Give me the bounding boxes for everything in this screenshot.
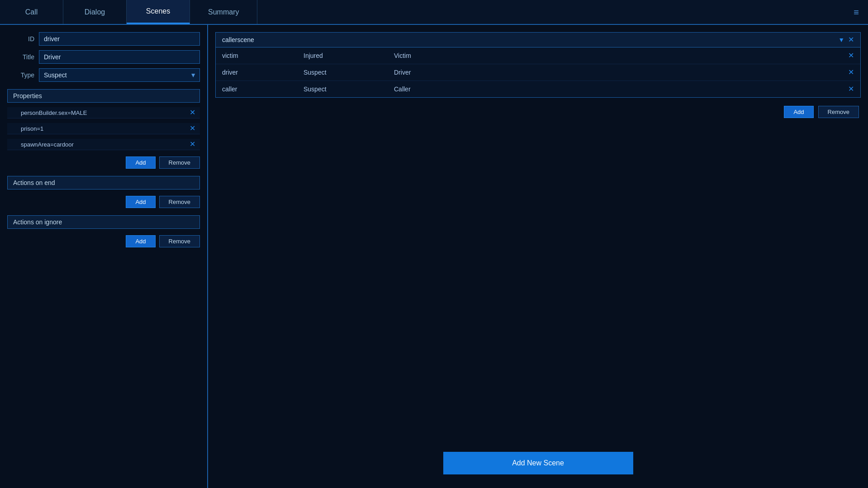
scene-row-2: caller Suspect Caller ✕ — [216, 81, 860, 97]
scene-row-1-type: Suspect — [304, 69, 394, 76]
actions-on-end-remove-button[interactable]: Remove — [159, 196, 200, 208]
scene-header: callerscene ▼ ✕ — [216, 33, 860, 47]
scene-row-0-title: Victim — [394, 52, 848, 59]
tab-call[interactable]: Call — [0, 0, 63, 24]
scene-header-icons: ▼ ✕ — [838, 36, 854, 43]
scene-row-2-title: Caller — [394, 85, 848, 93]
actions-on-end-header: Actions on end — [7, 176, 200, 190]
actions-on-end-add-button[interactable]: Add — [126, 196, 155, 208]
property-item-1: prison=1 ✕ — [7, 123, 200, 134]
actions-on-end-btn-row: Add Remove — [7, 194, 200, 208]
left-panel: ID Title Type Suspect Victim Witness ▼ P… — [0, 25, 208, 488]
properties-remove-button[interactable]: Remove — [159, 156, 200, 169]
actions-on-ignore-header: Actions on ignore — [7, 215, 200, 229]
type-select-wrapper: Suspect Victim Witness ▼ — [39, 68, 200, 82]
menu-icon[interactable]: ≡ — [854, 7, 859, 17]
property-2-remove-icon[interactable]: ✕ — [190, 141, 195, 148]
scene-row-1-id: driver — [222, 69, 304, 76]
scene-row-0-id: victim — [222, 52, 304, 59]
right-panel: callerscene ▼ ✕ victim Injured Victim ✕ … — [208, 25, 868, 488]
tab-summary[interactable]: Summary — [190, 0, 257, 24]
scene-row-2-remove-icon[interactable]: ✕ — [848, 85, 854, 93]
properties-section-header: Properties — [7, 89, 200, 103]
scene-add-button[interactable]: Add — [784, 106, 813, 118]
property-item-0: personBuilder.sex=MALE ✕ — [7, 107, 200, 118]
actions-on-ignore-add-button[interactable]: Add — [126, 235, 155, 247]
scene-row-1: driver Suspect Driver ✕ — [216, 64, 860, 81]
scene-row-2-id: caller — [222, 85, 304, 93]
property-item-2: spawnArea=cardoor ✕ — [7, 139, 200, 150]
add-new-scene-button[interactable]: Add New Scene — [443, 452, 633, 474]
properties-add-button[interactable]: Add — [126, 156, 155, 169]
actions-on-ignore-btn-row: Add Remove — [7, 233, 200, 247]
scene-block: callerscene ▼ ✕ victim Injured Victim ✕ … — [215, 32, 861, 98]
property-1-remove-icon[interactable]: ✕ — [190, 125, 195, 132]
scene-row-0-type: Injured — [304, 52, 394, 59]
tab-scenes[interactable]: Scenes — [127, 0, 190, 24]
id-field-row: ID — [7, 32, 200, 46]
scene-row-1-remove-icon[interactable]: ✕ — [848, 69, 854, 76]
actions-on-ignore-remove-button[interactable]: Remove — [159, 235, 200, 247]
title-field-row: Title — [7, 50, 200, 64]
top-nav: Call Dialog Scenes Summary ≡ — [0, 0, 868, 25]
id-input[interactable] — [39, 32, 200, 46]
scene-collapse-icon[interactable]: ▼ — [838, 36, 844, 43]
scene-row-0-remove-icon[interactable]: ✕ — [848, 52, 854, 59]
title-label: Title — [7, 53, 34, 61]
type-select[interactable]: Suspect Victim Witness — [39, 68, 200, 82]
scene-close-icon[interactable]: ✕ — [848, 36, 854, 43]
scene-row-1-title: Driver — [394, 69, 848, 76]
scene-actions: Add Remove — [215, 102, 861, 122]
type-label: Type — [7, 71, 34, 79]
scene-name: callerscene — [222, 36, 254, 43]
tab-dialog[interactable]: Dialog — [63, 0, 127, 24]
title-input[interactable] — [39, 50, 200, 64]
scene-row-2-type: Suspect — [304, 85, 394, 93]
id-label: ID — [7, 35, 34, 43]
scene-remove-button[interactable]: Remove — [818, 106, 859, 118]
type-field-row: Type Suspect Victim Witness ▼ — [7, 68, 200, 82]
main-layout: ID Title Type Suspect Victim Witness ▼ P… — [0, 25, 868, 488]
scene-row-0: victim Injured Victim ✕ — [216, 47, 860, 64]
property-0-remove-icon[interactable]: ✕ — [190, 109, 195, 116]
properties-btn-row: Add Remove — [7, 155, 200, 169]
